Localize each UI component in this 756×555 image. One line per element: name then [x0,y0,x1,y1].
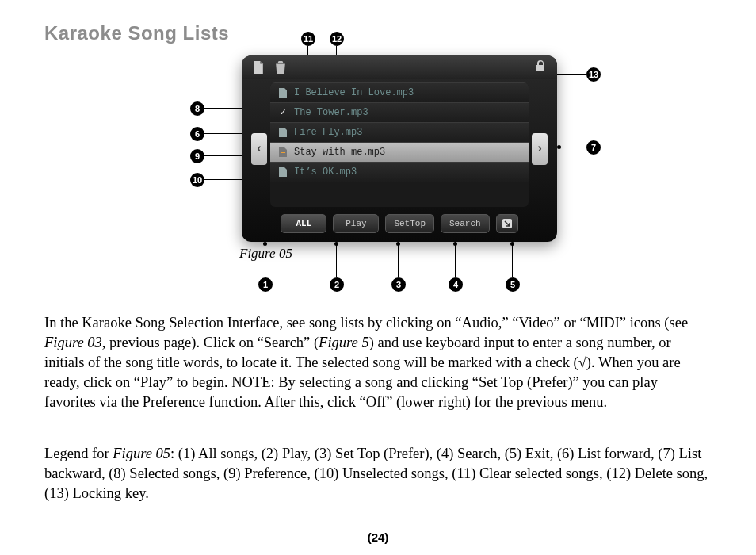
callout-11: 11 [301,32,315,46]
list-forward-arrow[interactable]: ‹ [251,133,267,165]
song-label: I Believe In Love.mp3 [294,87,414,98]
check-icon: ✓ [278,107,288,118]
settop-button[interactable]: SetTop [385,214,434,233]
list-item[interactable]: Fire Fly.mp3 [270,122,529,142]
top-toolbar [242,56,557,79]
callout-dot [453,242,457,246]
song-label: The Tower.mp3 [294,107,368,118]
doc-icon [278,87,288,98]
doc-icon [278,127,288,138]
callout-2: 2 [330,278,344,292]
callout-9: 9 [190,149,204,163]
page-number: (24) [0,530,756,544]
callout-leader [398,244,399,278]
callout-10: 10 [190,173,204,187]
preference-icon [278,147,288,158]
callout-dot [396,242,400,246]
all-button[interactable]: ALL [281,214,326,233]
callout-leader [336,244,337,278]
body-paragraph-2: Legend for Figure 05: (1) All songs, (2)… [44,444,712,503]
callout-13: 13 [586,67,601,82]
list-item[interactable]: I Believe In Love.mp3 [270,82,529,102]
callout-5: 5 [506,278,520,292]
callout-leader [455,244,456,278]
callout-7: 7 [586,140,601,155]
body-paragraph-1: In the Karaoke Song Selection Interface,… [44,313,712,412]
doc-icon [278,166,288,178]
karaoke-interface: ‹ › I Believe In Love.mp3 ✓ The Tower.mp… [242,56,557,242]
bottom-button-row: ALL Play SetTop Search [242,212,557,235]
song-list: I Believe In Love.mp3 ✓ The Tower.mp3 Fi… [270,82,529,207]
list-item-selected[interactable]: Stay with me.mp3 [270,142,529,162]
callout-1: 1 [258,278,273,292]
lock-icon[interactable] [536,60,546,75]
list-item[interactable]: ✓ The Tower.mp3 [270,102,529,122]
callout-leader [559,147,586,147]
delete-icon[interactable] [275,61,286,74]
callout-dot [510,242,514,246]
play-button[interactable]: Play [333,214,379,233]
callout-leader [512,244,513,278]
callout-12: 12 [330,32,344,46]
figure-caption: Figure 05 [239,246,292,262]
clear-selected-icon[interactable] [253,61,264,74]
list-item[interactable]: It’s OK.mp3 [270,162,529,182]
song-label: Stay with me.mp3 [294,147,385,158]
callout-6: 6 [190,127,204,141]
exit-button[interactable] [496,214,518,233]
search-button[interactable]: Search [441,214,490,233]
page-title: Karaoke Song Lists [44,22,229,44]
callout-dot [334,242,338,246]
callout-8: 8 [190,101,204,116]
song-label: It’s OK.mp3 [294,166,357,178]
song-label: Fire Fly.mp3 [294,127,362,138]
callout-dot [557,145,561,149]
list-backward-arrow[interactable]: › [532,133,548,165]
callout-3: 3 [391,278,406,292]
callout-4: 4 [449,278,463,292]
